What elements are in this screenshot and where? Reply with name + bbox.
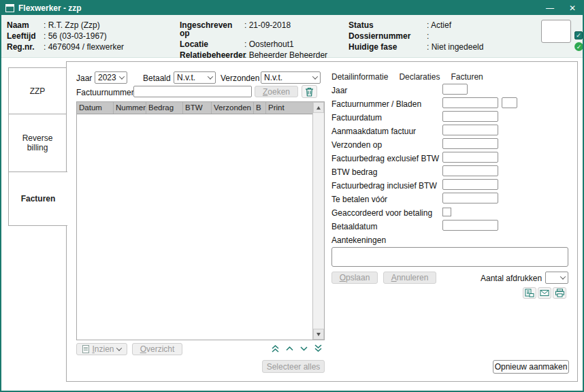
- header-row: Locatie: Oosterhout1: [180, 40, 327, 48]
- photo-placeholder: [541, 20, 571, 43]
- double-chevron-down-icon: [314, 344, 323, 353]
- table-scrollbar[interactable]: [312, 102, 324, 340]
- geaccordeerd-checkbox[interactable]: [442, 208, 451, 216]
- column-print[interactable]: Print: [266, 102, 312, 114]
- tab-detailinformatie[interactable]: Detailinformatie: [331, 72, 388, 82]
- last-record-button[interactable]: [314, 344, 323, 353]
- opslaan-button[interactable]: Opslaan: [331, 272, 378, 284]
- field-label-te-betalen-voor: Te betalen vóór: [331, 195, 387, 204]
- scroll-up-button[interactable]: [313, 102, 324, 113]
- field-label-btw-bedrag: BTW bedrag: [331, 167, 377, 177]
- tab-zzp[interactable]: ZZP: [8, 67, 67, 114]
- dossiernummer-value: :: [427, 32, 429, 40]
- tab-facturen-label: Facturen: [21, 194, 56, 203]
- tab-zzp-label: ZZP: [30, 86, 46, 96]
- window-title: Flexwerker - zzp: [18, 3, 82, 13]
- aantekeningen-textarea[interactable]: [331, 247, 568, 267]
- close-button[interactable]: ✕: [569, 4, 576, 12]
- bedrag-excl-input[interactable]: [442, 152, 498, 163]
- table-body[interactable]: [77, 114, 312, 340]
- app-icon: [5, 4, 14, 12]
- previous-record-button[interactable]: [285, 344, 294, 353]
- overzicht-label: Overzicht: [140, 344, 175, 354]
- jaar-input[interactable]: [442, 84, 468, 95]
- header-column-2: Ingeschreven op: 21-09-2018 Locatie: Oos…: [180, 21, 327, 59]
- aantal-afdrukken-label: Aantal afdrukken: [481, 274, 542, 283]
- tab-declaraties[interactable]: Declaraties: [399, 72, 440, 82]
- column-btw[interactable]: BTW: [183, 102, 212, 114]
- field-label-bedrag-incl: Factuurbedrag inclusief BTW: [331, 181, 437, 191]
- field-label-factuurdatum: Factuurdatum: [331, 113, 382, 122]
- minimize-button[interactable]: —: [546, 4, 554, 12]
- overzicht-button[interactable]: Overzicht: [132, 343, 182, 355]
- column-datum[interactable]: Datum: [77, 102, 114, 114]
- betaaldatum-input[interactable]: [442, 220, 498, 231]
- aantal-afdrukken-select[interactable]: [545, 272, 568, 284]
- column-nummer[interactable]: Nummer: [114, 102, 146, 114]
- inzien-button[interactable]: Inzien: [76, 343, 127, 355]
- first-record-button[interactable]: [271, 344, 280, 353]
- header-checkbox[interactable]: ✓: [574, 31, 583, 39]
- document-icon: [82, 345, 89, 353]
- delete-button[interactable]: [302, 85, 317, 98]
- factuurdatum-input[interactable]: [442, 111, 498, 122]
- opnieuw-aanmaken-label: Opnieuw aanmaken: [495, 362, 568, 372]
- print-document-button[interactable]: [523, 287, 536, 299]
- locatie-label: Locatie: [180, 40, 244, 48]
- chevron-down-icon: [208, 74, 213, 79]
- column-b[interactable]: B: [254, 102, 266, 114]
- column-bedrag[interactable]: Bedrag: [146, 102, 183, 114]
- scroll-down-button[interactable]: [313, 329, 324, 340]
- btw-bedrag-input[interactable]: [442, 165, 498, 176]
- column-verzonden[interactable]: Verzonden: [212, 102, 254, 114]
- relatiebeheerder-value: : Beheerder Beheerder: [244, 51, 327, 59]
- locatie-value: : Oosterhout1: [244, 40, 294, 48]
- chevron-down-icon: [560, 274, 566, 279]
- regnr-label: Reg.nr.: [7, 43, 44, 51]
- betaald-select[interactable]: N.v.t.: [174, 71, 216, 84]
- selecteer-alles-button[interactable]: Selecteer alles: [262, 360, 325, 373]
- printer-icon: [555, 289, 565, 297]
- bedrag-incl-input[interactable]: [442, 179, 498, 190]
- field-label-aantekeningen: Aantekeningen: [331, 235, 386, 245]
- tab-reverse-billing[interactable]: Reverse billing: [8, 114, 67, 172]
- ingeschreven-label: Ingeschreven op: [180, 21, 244, 37]
- aanmaakdatum-input[interactable]: [442, 125, 498, 135]
- header-row: Leeftijd: 56 (03-03-1967): [7, 32, 124, 40]
- person-header: Naam: R.T. Zzp (Zzp) Leeftijd: 56 (03-03…: [1, 15, 583, 58]
- tab-facturen[interactable]: Facturen: [8, 172, 67, 226]
- inzien-label: Inzien: [92, 344, 114, 354]
- annuleren-button[interactable]: Annuleren: [383, 272, 436, 284]
- tab-reverse-billing-label: Reverse billing: [14, 133, 61, 152]
- chevron-down-icon: [116, 345, 121, 350]
- betaald-filter-label: Betaald: [143, 74, 171, 83]
- table-header: Datum Nummer Bedrag BTW Verzonden B Prin…: [77, 102, 312, 114]
- printer-button[interactable]: [553, 287, 566, 299]
- table-main: Datum Nummer Bedrag BTW Verzonden B Prin…: [77, 102, 312, 340]
- field-label-verzonden-op: Verzonden op: [331, 140, 382, 150]
- bladen-input[interactable]: [502, 97, 517, 108]
- email-button[interactable]: [538, 287, 551, 299]
- te-betalen-voor-input[interactable]: [442, 193, 498, 203]
- header-row: Naam: R.T. Zzp (Zzp): [7, 21, 124, 29]
- verzonden-op-input[interactable]: [442, 138, 498, 149]
- zoeken-button[interactable]: Zoeken: [255, 86, 298, 97]
- next-record-button[interactable]: [299, 344, 308, 353]
- factuurnummer-search-input[interactable]: [133, 86, 252, 97]
- verzonden-select-value: N.v.t.: [264, 73, 282, 82]
- betaald-select-value: N.v.t.: [177, 73, 195, 82]
- naam-label: Naam: [7, 21, 44, 29]
- chevron-down-icon: [119, 74, 125, 79]
- header-row: Status: Actief: [348, 21, 483, 29]
- double-chevron-up-icon: [271, 344, 280, 353]
- verzonden-select[interactable]: N.v.t.: [261, 71, 321, 84]
- field-label-geaccordeerd: Geaccordeerd voor betaling: [331, 208, 432, 218]
- opnieuw-aanmaken-button[interactable]: Opnieuw aanmaken: [493, 360, 569, 374]
- factuurnummer-input[interactable]: [442, 97, 498, 108]
- tab-facturen-detail[interactable]: Facturen: [451, 72, 483, 82]
- header-row: Reg.nr.: 4676094 / flexwerker: [7, 43, 124, 51]
- leeftijd-label: Leeftijd: [7, 32, 44, 40]
- jaar-select[interactable]: 2023: [95, 71, 127, 84]
- header-row: Dossiernummer:: [348, 32, 483, 40]
- header-row: Huidige fase: Niet ingedeeld: [348, 43, 483, 51]
